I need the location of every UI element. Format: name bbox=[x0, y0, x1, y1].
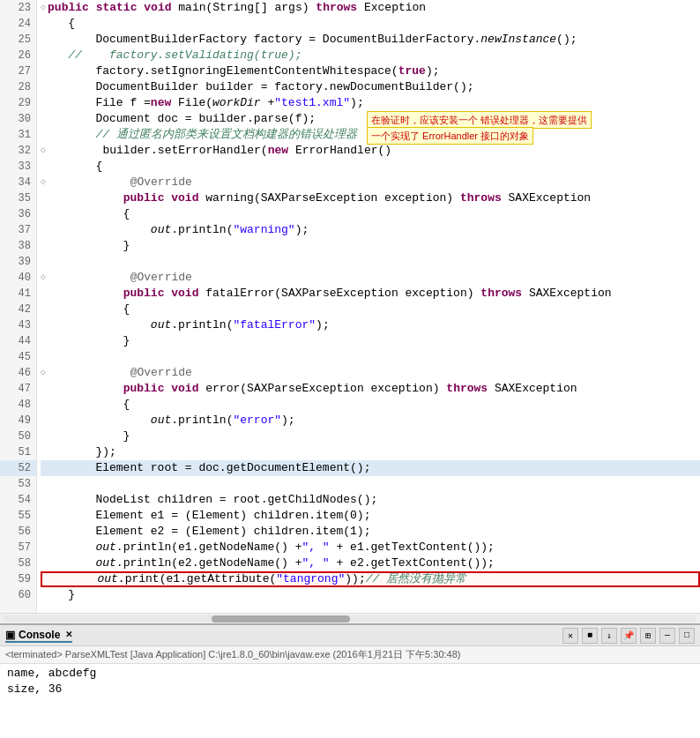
console-output-line-2: size, 36 bbox=[7, 682, 693, 697]
code-line-32: ◇ builder.setErrorHandler(new ErrorHandl… bbox=[41, 143, 700, 159]
code-line-53 bbox=[41, 476, 700, 492]
code-line-44: } bbox=[41, 333, 700, 349]
open-console-button[interactable]: ⊞ bbox=[640, 628, 656, 644]
line-numbers: 23 24 25 26 27 28 29 30 31 32 33 34 35 3… bbox=[0, 0, 37, 613]
code-line-54: NodeList children = root.getChildNodes()… bbox=[41, 492, 700, 508]
ln-26: 26 bbox=[0, 48, 36, 63]
code-line-52: Element root = doc.getDocumentElement(); bbox=[41, 460, 700, 476]
console-area: ▣ Console ✕ ✕ ■ ⇓ 📌 ⊞ — □ <terminated> P… bbox=[0, 623, 700, 738]
code-line-60: } bbox=[41, 587, 700, 603]
ln-33: 33 bbox=[0, 159, 36, 175]
pin-button[interactable]: 📌 bbox=[621, 628, 637, 644]
code-line-49: out .println( "error" ); bbox=[41, 413, 700, 429]
fold-46[interactable]: ◇ bbox=[41, 365, 46, 381]
ln-57: 57 bbox=[0, 540, 36, 555]
ln-58: 58 bbox=[0, 555, 36, 571]
editor-area: 23 24 25 26 27 28 29 30 31 32 33 34 35 3… bbox=[0, 0, 700, 623]
console-terminated-info: <terminated> ParseXMLTest [Java Applicat… bbox=[0, 646, 700, 664]
code-line-50: } bbox=[41, 429, 700, 444]
ln-41: 41 bbox=[0, 286, 36, 302]
ln-48: 48 bbox=[0, 397, 36, 413]
code-line-42: { bbox=[41, 302, 700, 317]
code-line-57: out .println(e1.getNodeName() + ", " + e… bbox=[41, 540, 700, 555]
fold-34[interactable]: ◇ bbox=[41, 175, 46, 190]
console-output-line-1: name, abcdefg bbox=[7, 666, 693, 682]
minimize-button[interactable]: — bbox=[659, 628, 675, 644]
ln-56: 56 bbox=[0, 524, 36, 540]
console-toolbar: ✕ ■ ⇓ 📌 ⊞ — □ bbox=[562, 628, 695, 644]
code-line-51: }); bbox=[41, 444, 700, 460]
tooltip-line30: 在验证时，应该安装一个 错误处理器，这需要提供 bbox=[367, 111, 592, 129]
stop-button[interactable]: ■ bbox=[582, 628, 598, 644]
ln-50: 50 bbox=[0, 429, 36, 444]
code-line-37: out .println( "warning" ); bbox=[41, 222, 700, 238]
ln-53: 53 bbox=[0, 476, 36, 492]
code-line-36: { bbox=[41, 206, 700, 222]
ln-31: 31 bbox=[0, 127, 36, 143]
tooltip-line31: 一个实现了 ErrorHandler 接口的对象 bbox=[367, 127, 533, 145]
ln-27: 27 bbox=[0, 63, 36, 79]
ln-36: 36 bbox=[0, 206, 36, 222]
ln-54: 54 bbox=[0, 492, 36, 508]
ln-55: 55 bbox=[0, 508, 36, 524]
code-line-58: out .println(e2.getNodeName() + ", " + e… bbox=[41, 555, 700, 571]
ln-39: 39 bbox=[0, 254, 36, 270]
code-line-25: DocumentBuilderFactory factory = Documen… bbox=[41, 32, 700, 48]
code-line-47: public void error(SAXParseException exce… bbox=[41, 381, 700, 397]
ln-29: 29 bbox=[0, 95, 36, 111]
ln-46: 46 bbox=[0, 365, 36, 381]
code-line-26: // factory.setValidating(true); bbox=[41, 48, 700, 63]
code-line-46: ◇ @Override bbox=[41, 365, 700, 381]
fold-40[interactable]: ◇ bbox=[41, 270, 46, 286]
ln-45: 45 bbox=[0, 349, 36, 365]
code-line-29: File f = new File(workDir + "test1.xml")… bbox=[41, 95, 700, 111]
console-tab-close[interactable]: ✕ bbox=[65, 630, 72, 639]
ln-35: 35 bbox=[0, 190, 36, 206]
code-line-39 bbox=[41, 254, 700, 270]
code-container: 23 24 25 26 27 28 29 30 31 32 33 34 35 3… bbox=[0, 0, 700, 613]
console-header: ▣ Console ✕ ✕ ■ ⇓ 📌 ⊞ — □ bbox=[0, 625, 700, 646]
ln-25: 25 bbox=[0, 32, 36, 48]
maximize-button[interactable]: □ bbox=[679, 628, 695, 644]
console-icon: ▣ bbox=[5, 629, 15, 641]
code-line-40: ◇ @Override bbox=[41, 270, 700, 286]
ln-43: 43 bbox=[0, 317, 36, 333]
code-line-38: } bbox=[41, 238, 700, 254]
code-line-59: out .print(e1.getAttribute( "tangrong" )… bbox=[41, 571, 700, 587]
code-line-34: ◇ @Override bbox=[41, 175, 700, 190]
code-line-45 bbox=[41, 349, 700, 365]
console-output: name, abcdefg size, 36 bbox=[0, 664, 700, 738]
ln-44: 44 bbox=[0, 333, 36, 349]
code-line-43: out .println( "fatalError" ); bbox=[41, 317, 700, 333]
ln-60: 60 bbox=[0, 587, 36, 603]
code-line-27: factory.setIgnoringElementContentWhitesp… bbox=[41, 63, 700, 79]
ln-59: 59 bbox=[0, 571, 36, 587]
ln-38: 38 bbox=[0, 238, 36, 254]
horizontal-scrollbar[interactable] bbox=[0, 613, 700, 623]
scroll-thumb[interactable] bbox=[212, 615, 350, 622]
ln-34: 34 bbox=[0, 175, 36, 190]
clear-console-button[interactable]: ✕ bbox=[562, 628, 578, 644]
scroll-track[interactable] bbox=[4, 615, 696, 622]
console-tab[interactable]: ▣ Console ✕ bbox=[5, 629, 72, 643]
ln-49: 49 bbox=[0, 413, 36, 429]
code-lines[interactable]: ◇ public static void main(String[] args)… bbox=[37, 0, 700, 613]
ln-37: 37 bbox=[0, 222, 36, 238]
code-line-55: Element e1 = (Element) children.item(0); bbox=[41, 508, 700, 524]
code-line-48: { bbox=[41, 397, 700, 413]
code-line-23: ◇ public static void main(String[] args)… bbox=[41, 0, 700, 16]
scroll-lock-button[interactable]: ⇓ bbox=[601, 628, 617, 644]
fold-32[interactable]: ◇ bbox=[41, 143, 46, 159]
code-line-24: { bbox=[41, 16, 700, 32]
code-line-41: public void fatalError(SAXParseException… bbox=[41, 286, 700, 302]
ln-32: 32 bbox=[0, 143, 36, 159]
ln-47: 47 bbox=[0, 381, 36, 397]
code-line-56: Element e2 = (Element) children.item(1); bbox=[41, 524, 700, 540]
ln-52: 52 bbox=[0, 460, 36, 476]
console-tab-label[interactable]: Console bbox=[19, 629, 60, 641]
code-line-33: { bbox=[41, 159, 700, 175]
ln-30: 30 bbox=[0, 111, 36, 127]
code-line-31: // 通过匿名内部类来设置文档构建器的错误处理器 一个实现了 ErrorHand… bbox=[41, 127, 700, 143]
ln-28: 28 bbox=[0, 79, 36, 95]
fold-23[interactable]: ◇ bbox=[41, 0, 46, 16]
